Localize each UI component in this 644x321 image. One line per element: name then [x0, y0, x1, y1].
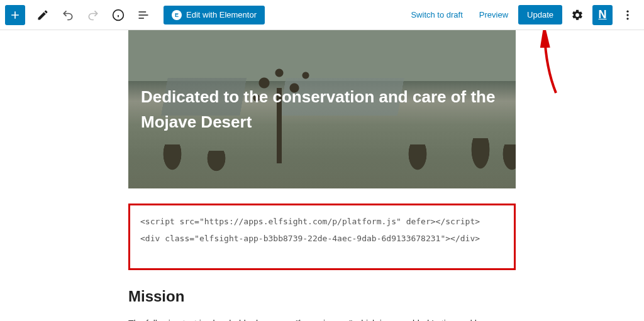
edit-icon[interactable]	[31, 4, 54, 26]
redo-button[interactable]	[82, 4, 104, 26]
svg-point-3	[626, 10, 628, 12]
editor-toolbar: E Edit with Elementor Switch to draft Pr…	[0, 0, 644, 30]
section-body[interactable]: The following text is placeholder known …	[128, 317, 516, 321]
update-button[interactable]: Update	[518, 5, 562, 24]
html-code-block[interactable]: <script src="https://apps.elfsight.com/p…	[128, 204, 516, 270]
elementor-button[interactable]: E Edit with Elementor	[164, 6, 265, 24]
plugin-badge[interactable]: N	[592, 5, 613, 25]
section-heading[interactable]: Mission	[128, 288, 516, 305]
annotation-arrow	[540, 30, 565, 99]
page-title: Dedicated to the conservation and care o…	[141, 84, 503, 135]
svg-point-5	[626, 18, 628, 19]
more-options-button[interactable]	[616, 4, 639, 26]
mission-section: Mission The following text is placeholde…	[128, 288, 516, 321]
code-line-2: <div class="elfsight-app-b3bb8739-22de-4…	[140, 234, 504, 243]
undo-button[interactable]	[57, 4, 79, 26]
elementor-label: Edit with Elementor	[186, 10, 257, 19]
code-line-1: <script src="https://apps.elfsight.com/p…	[140, 217, 504, 226]
add-block-button[interactable]	[5, 5, 25, 25]
hero-image-block[interactable]: Dedicated to the conservation and care o…	[128, 30, 516, 188]
list-view-button[interactable]	[132, 4, 155, 26]
switch-to-draft-button[interactable]: Switch to draft	[404, 6, 469, 24]
settings-button[interactable]	[566, 4, 589, 26]
elementor-icon: E	[172, 10, 182, 20]
preview-button[interactable]: Preview	[473, 6, 514, 24]
svg-point-4	[626, 14, 628, 16]
info-button[interactable]	[107, 4, 130, 26]
